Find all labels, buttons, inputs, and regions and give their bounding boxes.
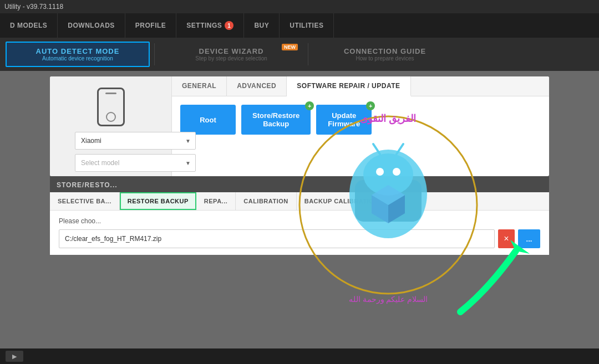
tabs-area: GENERAL ADVANCED SOFTWARE REPAIR / UPDAT… (172, 76, 549, 176)
store-section-header: STORE/RESTO... (50, 178, 549, 192)
device-wizard-title: DEVICE WIZARD (199, 47, 264, 55)
nav-item-utilities[interactable]: UTILITIES (280, 13, 334, 38)
connection-guide-mode-btn[interactable]: CONNECTION GUIDE How to prepare devices (313, 42, 457, 67)
device-selects: Xiaomi ▼ Select model ▼ (75, 132, 196, 172)
main-content: Unknown Xiaomi GENERAL ADVANCED SOFTWARE… (0, 71, 599, 364)
store-section: STORE/RESTO... SELECTIVE BA... RESTORE B… (50, 176, 549, 255)
title-text: Utility - v39.73.1118 (4, 3, 63, 11)
file-path-input[interactable] (59, 229, 495, 248)
nav-item-profile[interactable]: PROFILE (125, 13, 177, 38)
root-button[interactable]: Root (180, 105, 236, 135)
store-tab-backup-calibration[interactable]: BACKUP CALIBRATION (297, 192, 387, 210)
auto-detect-mode-btn[interactable]: AUTO DETECT MODE Automatic device recogn… (6, 42, 150, 67)
store-tab-restore-backup[interactable]: RESTORE BACKUP (120, 192, 196, 210)
bottom-button[interactable]: ▶ (6, 351, 23, 362)
store-content: Please choo... × ... (50, 211, 549, 255)
tab-advanced[interactable]: ADVANCED (227, 76, 287, 96)
store-restore-plus-badge: + (305, 101, 314, 110)
nav-item-d-models[interactable]: D MODELS (0, 13, 58, 38)
auto-detect-title: AUTO DETECT MODE (36, 47, 120, 55)
tabs-header: GENERAL ADVANCED SOFTWARE REPAIR / UPDAT… (172, 76, 549, 96)
tab-content: Root + Store/RestoreBackup + UpdateFirmw… (172, 96, 549, 143)
new-badge: NEW (282, 44, 298, 50)
device-wizard-subtitle: Step by step device selection (195, 55, 267, 61)
connection-guide-subtitle: How to prepare devices (356, 55, 414, 61)
nav-item-downloads[interactable]: DOWNLOADS (58, 13, 125, 38)
phone-icon (97, 88, 125, 126)
brand-select[interactable]: Xiaomi ▼ (75, 132, 196, 150)
mode-divider-1 (154, 43, 155, 65)
top-navigation: D MODELS DOWNLOADS PROFILE SETTINGS 1 BU… (0, 13, 599, 38)
settings-badge: 1 (225, 21, 233, 30)
store-tab-calibration[interactable]: CALIBRATION (236, 192, 296, 210)
tab-general[interactable]: GENERAL (172, 76, 227, 96)
update-firmware-button[interactable]: + UpdateFirmware (316, 105, 372, 135)
connection-guide-title: CONNECTION GUIDE (344, 47, 426, 55)
store-tab-selective-backup[interactable]: SELECTIVE BA... (50, 192, 120, 210)
brand-select-arrow: ▼ (185, 138, 191, 144)
store-tab-repair[interactable]: REPA... (196, 192, 236, 210)
file-browse-button[interactable]: ... (518, 229, 540, 248)
mode-bar: AUTO DETECT MODE Automatic device recogn… (0, 38, 599, 71)
store-label: Please choo... (59, 217, 540, 225)
file-clear-button[interactable]: × (498, 229, 515, 248)
nav-item-buy[interactable]: BUY (244, 13, 280, 38)
file-row: × ... (59, 229, 540, 248)
bottom-bar: ▶ (0, 348, 599, 364)
device-wizard-mode-btn[interactable]: DEVICE WIZARD Step by step device select… (159, 42, 303, 67)
store-tabs: SELECTIVE BA... RESTORE BACKUP REPA... C… (50, 192, 549, 211)
nav-item-settings[interactable]: SETTINGS 1 (176, 13, 244, 38)
update-firmware-plus-badge: + (366, 101, 375, 110)
title-bar: Utility - v39.73.1118 (0, 0, 599, 13)
model-select-arrow: ▼ (185, 160, 191, 166)
tab-software-repair[interactable]: SOFTWARE REPAIR / UPDATE (287, 76, 410, 96)
store-restore-button[interactable]: + Store/RestoreBackup (241, 105, 311, 135)
mode-divider-2 (308, 43, 308, 65)
model-select[interactable]: Select model ▼ (75, 154, 196, 172)
auto-detect-subtitle: Automatic device recognition (42, 55, 113, 61)
